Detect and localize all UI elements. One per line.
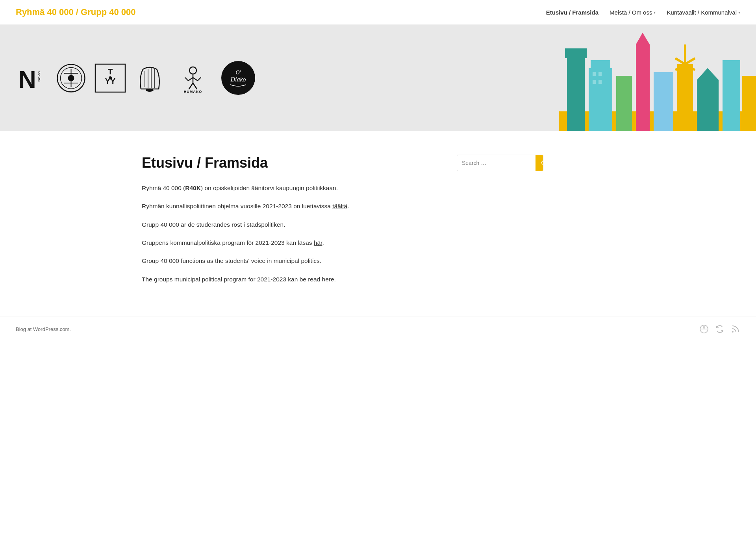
hero-logos: N OVIUM T YY	[16, 60, 256, 96]
svg-point-15	[189, 67, 196, 74]
paragraph-5: Group 40 000 functions as the students' …	[142, 256, 433, 266]
svg-rect-22	[565, 48, 587, 58]
svg-marker-27	[636, 33, 650, 44]
paragraph-2: Ryhmän kunnallispoliittinen ohjelma vuos…	[142, 201, 433, 211]
svg-rect-21	[567, 56, 585, 131]
content-area: Etusivu / Framsida Ryhmä 40 000 (R40K) o…	[142, 155, 433, 292]
svg-rect-37	[593, 72, 596, 76]
paragraph-1: Ryhmä 40 000 (R40K) on opiskelijoiden ää…	[142, 183, 433, 193]
svg-text:N: N	[19, 66, 35, 93]
site-footer: Blog at WordPress.com.	[0, 316, 756, 342]
svg-point-9	[109, 76, 112, 80]
svg-rect-40	[598, 80, 602, 84]
search-icon	[540, 159, 543, 166]
svg-text:HUMAKO: HUMAKO	[184, 90, 202, 93]
site-title[interactable]: Ryhmä 40 000 / Grupp 40 000	[16, 7, 136, 17]
nav-item-etusivu[interactable]: Etusivu / Framsida	[546, 9, 598, 16]
svg-rect-38	[598, 72, 602, 76]
svg-rect-26	[636, 44, 650, 131]
site-header: Ryhmä 40 000 / Grupp 40 000 Etusivu / Fr…	[0, 0, 756, 25]
svg-text:T: T	[108, 67, 113, 76]
paragraph-4: Gruppens kommunalpolitiska program för 2…	[142, 238, 433, 248]
footer-icons	[699, 324, 740, 334]
wordpress-icon[interactable]	[699, 324, 709, 334]
paragraph-6: The groups municipal political program f…	[142, 274, 433, 285]
logo-odiako: O' Diako	[220, 60, 256, 96]
svg-text:Diako: Diako	[230, 76, 246, 83]
logo-tyy-square: T YY	[94, 62, 126, 94]
svg-point-5	[68, 75, 74, 81]
logo-novium: N OVIUM	[16, 62, 47, 94]
link-taalta[interactable]: täältä	[332, 203, 347, 209]
subscribe-icon[interactable]	[715, 324, 724, 334]
hero-cityscape	[559, 25, 756, 131]
search-input[interactable]	[457, 160, 536, 166]
main-nav: Etusivu / Framsida Meistä / Om oss ▾ Kun…	[546, 9, 740, 16]
svg-point-14	[146, 89, 154, 92]
rss-icon[interactable]	[731, 324, 740, 334]
logo-humako-harp	[134, 62, 165, 94]
svg-rect-36	[742, 76, 756, 131]
chevron-down-icon: ▾	[654, 10, 656, 15]
svg-rect-33	[697, 80, 719, 131]
logo-tyy-circle	[55, 62, 87, 94]
paragraph-3: Grupp 40 000 är de studerandes röst i st…	[142, 220, 433, 230]
svg-rect-24	[591, 60, 610, 70]
svg-rect-25	[616, 76, 632, 131]
svg-text:O': O'	[235, 70, 241, 76]
svg-rect-39	[593, 80, 596, 84]
svg-rect-29	[677, 64, 693, 131]
svg-rect-35	[723, 60, 740, 131]
nav-item-meista[interactable]: Meistä / Om oss ▾	[610, 9, 656, 16]
hero-banner: N OVIUM T YY	[0, 25, 756, 131]
svg-rect-28	[654, 72, 673, 131]
main-content: Etusivu / Framsida Ryhmä 40 000 (R40K) o…	[126, 131, 630, 316]
svg-marker-34	[697, 68, 719, 80]
link-here[interactable]: here	[322, 276, 334, 283]
sidebar	[457, 155, 543, 292]
search-button[interactable]	[536, 155, 543, 171]
search-widget	[457, 155, 543, 171]
chevron-down-icon: ▾	[738, 10, 740, 15]
page-title: Etusivu / Framsida	[142, 155, 433, 171]
footer-blog-link[interactable]: Blog at WordPress.com.	[16, 326, 71, 332]
svg-point-42	[732, 331, 733, 332]
logo-humako-text: HUMAKO	[173, 62, 213, 94]
svg-rect-23	[589, 68, 612, 131]
svg-text:OVIUM: OVIUM	[37, 71, 41, 82]
nav-item-kuntavaalit[interactable]: Kuntavaalit / Kommunalval ▾	[667, 9, 740, 16]
link-har[interactable]: här	[314, 239, 322, 246]
